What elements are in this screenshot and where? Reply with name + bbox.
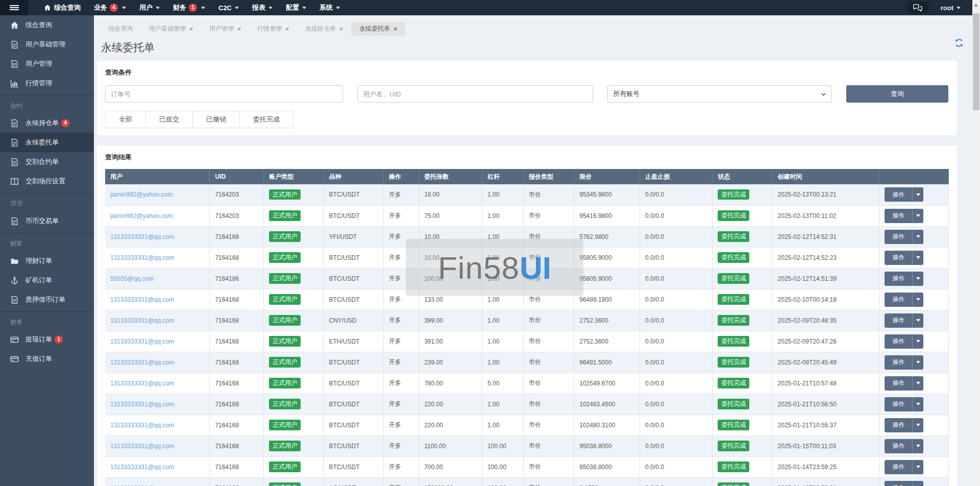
action-dropdown-button[interactable] [912, 355, 923, 370]
sidebar-item-delivery-control[interactable]: 交割场控设置 [0, 172, 94, 191]
tab-close-icon[interactable]: × [189, 26, 193, 32]
status-badge: 委托完成 [718, 189, 749, 200]
action-dropdown-button[interactable] [912, 293, 923, 307]
action-button[interactable]: 操作 [885, 460, 912, 474]
user-email-link[interactable]: 55555@qq.com [110, 275, 154, 282]
user-email-link[interactable]: 13133333331@qq.com [110, 401, 174, 408]
filter-button-all[interactable]: 全部 [105, 111, 146, 128]
action-dropdown-button[interactable] [912, 397, 923, 411]
sidebar-section-label: 财富 [0, 233, 94, 251]
filter-button-cancelled[interactable]: 已撤销 [192, 111, 240, 128]
sidebar-item-perpetual-positions[interactable]: 永续持仓单4 [0, 113, 94, 133]
user-email-link[interactable]: 13133333331@qq.com [110, 380, 174, 387]
action-button[interactable]: 操作 [885, 355, 912, 370]
sidebar-item-wealth-orders[interactable]: 理财订单 [0, 251, 94, 271]
username-uid-input[interactable] [357, 85, 593, 103]
action-dropdown-button[interactable] [912, 230, 923, 244]
user-email-link[interactable]: 13133333331@qq.com [110, 254, 174, 261]
search-button[interactable]: 查询 [846, 85, 948, 103]
nav-item-reports[interactable]: 报表 [246, 0, 279, 15]
tab-close-icon[interactable]: × [339, 26, 343, 32]
filter-button-submitted[interactable]: 已提交 [145, 111, 193, 128]
action-button[interactable]: 操作 [885, 230, 912, 244]
tab-market-mgmt[interactable]: 行情管理× [249, 22, 297, 36]
action-button[interactable]: 操作 [885, 418, 912, 432]
notification-badge: 4 [110, 4, 118, 12]
user-email-link[interactable]: 13133333331@qq.com [110, 443, 174, 450]
tab-close-icon[interactable]: × [394, 26, 397, 32]
action-button[interactable]: 操作 [885, 251, 912, 265]
refresh-button[interactable] [954, 38, 964, 48]
sidebar-item-delivery-contracts[interactable]: 交割合约单 [0, 152, 94, 172]
nav-item-users[interactable]: 用户 [133, 0, 166, 15]
action-button[interactable]: 操作 [885, 187, 912, 202]
action-dropdown-button[interactable] [912, 272, 923, 286]
account-type-cell: 正式用户 [264, 184, 324, 205]
nav-item-config[interactable]: 配置 [279, 0, 313, 15]
account-select[interactable]: 所有账号 [607, 85, 832, 103]
sidebar-item-pledge-loan-orders[interactable]: 质押借币订单 [0, 290, 94, 309]
order-number-input[interactable] [105, 85, 343, 103]
tab-close-icon[interactable]: × [237, 26, 241, 32]
nav-item-overview[interactable]: 综合查询 [37, 0, 87, 15]
user-menu[interactable]: root [941, 4, 961, 12]
action-dropdown-button[interactable] [912, 418, 923, 432]
sidebar-item-spot-trades[interactable]: 币币交易单 [0, 211, 94, 231]
action-dropdown-button[interactable] [912, 209, 923, 223]
scrollbar-up-arrow-icon[interactable] [974, 3, 978, 7]
action-dropdown-button[interactable] [912, 376, 923, 391]
nav-item-business[interactable]: 业务4 [87, 0, 133, 15]
hamburger-menu-button[interactable] [0, 0, 28, 15]
sidebar-item-user-base-mgmt[interactable]: 用户基础管理 [0, 35, 94, 54]
action-button[interactable]: 操作 [885, 293, 912, 307]
user-email-link[interactable]: jiamin992@yahoo.com [110, 191, 173, 198]
user-email-link[interactable]: 13133333331@qq.com [110, 296, 174, 303]
sidebar-item-overview[interactable]: 综合查询 [0, 15, 94, 35]
scrollbar-thumb[interactable] [973, 13, 979, 110]
action-dropdown-button[interactable] [912, 460, 923, 474]
action-button[interactable]: 操作 [885, 313, 912, 328]
user-email-link[interactable]: 13133333331@qq.com [110, 338, 174, 345]
action-dropdown-button[interactable] [912, 481, 923, 486]
action-dropdown-button[interactable] [912, 187, 923, 202]
nav-item-finance[interactable]: 财务1 [166, 0, 212, 15]
page-title: 永续委托单 [101, 40, 972, 55]
user-email-link[interactable]: 13133333331@qq.com [110, 233, 174, 240]
sidebar-item-deposit-orders[interactable]: 充值订单 [0, 349, 94, 369]
action-dropdown-button[interactable] [912, 313, 923, 328]
sidebar-item-withdraw-orders[interactable]: 提现订单1 [0, 330, 94, 349]
action-button[interactable]: 操作 [885, 376, 912, 391]
user-email-link[interactable]: 13133333331@qq.com [110, 484, 174, 486]
sidebar-item-user-mgmt[interactable]: 用户管理 [0, 54, 94, 74]
user-email-link[interactable]: jiamin992@yahoo.com [110, 212, 173, 220]
tab-close-icon[interactable]: × [285, 26, 289, 32]
account-type-cell: 正式用户 [264, 394, 324, 415]
chat-button[interactable] [906, 2, 929, 14]
nav-item-system[interactable]: 系统 [313, 0, 347, 15]
tab-label: 永续持仓单 [305, 25, 336, 33]
action-button[interactable]: 操作 [885, 334, 912, 349]
action-dropdown-button[interactable] [912, 251, 923, 265]
leverage-cell: 100.00 [482, 456, 524, 477]
tab-user-base-mgmt[interactable]: 用户基础管理× [141, 22, 201, 36]
sidebar-item-market-mgmt[interactable]: 行情管理 [0, 74, 94, 93]
user-email-link[interactable]: 13133333331@qq.com [110, 422, 174, 429]
action-dropdown-button[interactable] [912, 334, 923, 349]
tab-user-mgmt[interactable]: 用户管理× [201, 22, 249, 36]
action-button[interactable]: 操作 [885, 209, 912, 223]
tab-overview[interactable]: 综合查询 [100, 22, 141, 36]
tab-perpetual-orders[interactable]: 永续委托单× [351, 22, 405, 36]
sidebar-item-perpetual-orders[interactable]: 永续委托单 [0, 133, 94, 152]
action-button[interactable]: 操作 [885, 439, 912, 453]
action-button[interactable]: 操作 [885, 397, 912, 411]
nav-item-c2c[interactable]: C2C [212, 0, 246, 15]
sidebar-item-miner-orders[interactable]: 矿机订单 [0, 271, 94, 290]
action-dropdown-button[interactable] [912, 439, 923, 453]
filter-button-completed[interactable]: 委托完成 [239, 111, 293, 128]
user-email-link[interactable]: 13133333331@qq.com [110, 359, 174, 366]
user-email-link[interactable]: 13133333331@qq.com [110, 464, 174, 471]
action-button[interactable]: 操作 [885, 272, 912, 286]
tab-perpetual-positions[interactable]: 永续持仓单× [297, 22, 351, 36]
user-email-link[interactable]: 13133333331@qq.com [110, 317, 174, 324]
action-button[interactable]: 操作 [885, 481, 912, 486]
